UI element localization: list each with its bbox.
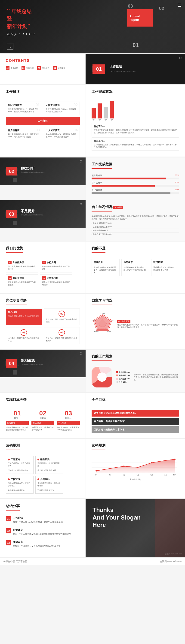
bar-q2: Q2	[98, 104, 102, 120]
hero-num-01: 01	[132, 42, 139, 48]
weak-item-1: 需要提升一 在某些专业领域的深度还需要进一步加强学习和实践积累	[92, 258, 120, 276]
section02-sub: Everything is just the beginning...	[21, 171, 45, 173]
bar-q4: Q4	[110, 101, 114, 120]
summary-item-2: 02 心得体会 通过一年的工作实践，深刻体会到团队合作和持续学习的重要性	[6, 528, 80, 538]
contents-title: CONTENTS	[6, 59, 80, 63]
bar-q3: Q3	[104, 107, 108, 120]
my-plan-col: 我的工作规划 业务拓展 40% 团队建设 30%	[86, 350, 185, 392]
thanks-content: Thanks And Your Slogan Here	[86, 499, 185, 536]
svg-point-20	[137, 467, 138, 468]
annual-target-col: 全年目标 销售目标：实现全年销售额同比增长XX% 客户拓展：新增优质客户XX家 …	[86, 393, 185, 438]
svg-text:团队协作: 团队协作	[94, 331, 99, 332]
section04-num-box: 04	[6, 359, 17, 368]
role-item-1: 核心职责 明确岗位核心职责，确保工作重点清晰	[6, 308, 42, 325]
work-completion-title: 工作完成状况	[92, 90, 112, 96]
weaknesses-title: 我的不足	[92, 246, 105, 253]
target-items-col: 实现目标关键 01 目标一 核心目标 明确年度核心目标，制定详细的实施路径和时间…	[0, 393, 86, 438]
plan-item-1: 01 目标一 核心目标 明确年度核心目标，制定详细的实施路径和时间节点	[6, 410, 29, 431]
mkt-item-3: 广告宣传 加大品牌宣传力度，提升品牌影响力 多媒体整合传播策略	[6, 476, 34, 494]
svg-text:1月: 1月	[95, 474, 98, 476]
svg-text:学习能力: 学习能力	[107, 331, 111, 332]
self-study-col: 自主学习情况 学习成果 本年度积极参加各类专业培训和学习活动，不断提升自身专业素…	[86, 200, 185, 240]
svg-point-22	[165, 460, 166, 461]
hero-red-box: Annual Report	[127, 9, 153, 26]
pie-chart	[92, 367, 112, 388]
self-study-list: • 参加专业培训课程XX次 • 获取相关资格证书XX个 • 阅读专业书籍XX本 …	[92, 222, 179, 236]
svg-text:创新: 创新	[93, 320, 95, 321]
section04-row: 04 04 规划策源 Everything is just the beginn…	[0, 350, 185, 392]
contents-item-1: 01 工作概述	[6, 66, 18, 70]
summary-title: 总结分享	[6, 504, 20, 510]
self-study2-desc: 自主学习情况 通过一年的努力学习和实践，各方面能力均有所提升。将继续保持学习的热…	[117, 319, 179, 328]
summary-section: 总结分享 01 工作总结 回顾本年度工作，总结经验教训，为来年工作奠定基础 02…	[0, 499, 185, 557]
svg-text:11月: 11月	[164, 474, 167, 476]
mkt-item-1: 产品策略 优化产品结构，提升产品竞争力 详细规划产品线调整方案	[6, 456, 34, 474]
section-sub: Everything is just the beginning...	[110, 70, 137, 72]
marketing-right-col: 营销规划	[86, 439, 185, 498]
svg-text:9月: 9月	[150, 474, 153, 476]
advantages-title: 我们的优势	[6, 246, 23, 253]
svg-text:执行力: 执行力	[112, 320, 114, 321]
svg-text:专业技能: 专业技能	[100, 313, 105, 314]
svg-text:3月: 3月	[109, 474, 111, 476]
advantages-grid: 01 专业能力强 团队成员具备丰富的专业知识和实践经验 02 执行力高 能够快速…	[6, 258, 80, 288]
menu-icon[interactable]: ☰	[178, 3, 181, 8]
summary-item-1: 01 工作总结 回顾本年度工作，总结经验教训，为来年工作奠定基础	[6, 516, 80, 526]
role-item-3: 03 协作要求：理解跨部门协作的重要性和方法	[6, 327, 42, 344]
weakness-grid: 需要提升一 在某些专业领域的深度还需要进一步加强学习和实践积累 当前状态 目前正…	[92, 258, 179, 276]
hero-num-02: 02	[159, 6, 164, 11]
summary-items: 01 工作总结 回顾本年度工作，总结经验教训，为来年工作奠定基础 02 心得体会…	[6, 516, 80, 550]
area-chart: 1月 3月 5月 7月 9月 11月 12月	[92, 456, 177, 476]
progress-1: 项目完成率 85%	[92, 174, 179, 180]
dot-icon-02	[80, 160, 82, 162]
adv-item-3: 03 创新意识强 积极探索新方法新思路推动工作创新发展	[6, 274, 38, 288]
contents-item-3: 03 不足提升	[37, 66, 50, 70]
dark-slide-04: 04 04 规划策源 Everything is just the beginn…	[0, 350, 86, 392]
work-card-1: 项目完成情况 本年度共承接项目XX个，完成率达到XX%，超额完成年初制定的目标 …	[6, 102, 42, 115]
mkt-item-4: 促销活动 策划系列促销活动，拉动销售增长 节假日专项促销计划	[35, 476, 63, 494]
contents-items: 01 工作概述 02 数据分析 03 不足提升 04 规划策源	[6, 66, 80, 70]
section03-sub: Everything is just the beginning...	[21, 214, 45, 216]
bar-chart: Q1 Q2 Q3 Q4	[92, 102, 179, 120]
section04-sub: Everything is just the beginning...	[21, 364, 45, 365]
self-study-tag: 学习成果	[113, 206, 123, 209]
pentagon-svg: 专业技能 执行力 学习能力 团队协作 创新	[92, 308, 114, 338]
section03-row: 03 03 不足提升 Everything is just the beginn…	[0, 200, 185, 240]
weak-item-2: 当前状态 目前正在积极改进相关方面，制定了详细的提升计划	[121, 258, 149, 276]
plan-item-3: 03 目标三 学习创新 持续学习创新，引入先进管理理念和工作方法	[57, 410, 80, 431]
role-item-4: 04 发展方向：规划个人职业发展路径和成长方向	[44, 327, 80, 344]
svg-point-23	[174, 458, 175, 460]
progress-2: 目标达成率 72%	[92, 181, 179, 186]
dot-icon-03	[80, 203, 82, 205]
adv-item-2: 02 执行力高 能够快速响应并高效完成各项工作任务	[40, 258, 72, 272]
work-card-3: 客户满意度 客户满意度调查结果显示，满意度达到XX%，同比提升XX个百分点 03	[6, 127, 42, 140]
svg-point-17	[96, 470, 97, 472]
my-plan-title: 我的工作规划	[92, 354, 112, 361]
bar-q1: Q1	[92, 108, 96, 120]
footer-right: 志设网·www.zs9.com	[160, 560, 181, 563]
plan-items: 01 目标一 核心目标 明确年度核心目标，制定详细的实施路径和时间节点 02 目…	[6, 410, 80, 431]
advantages-col: 我们的优势 01 专业能力强 团队成员具备丰富的专业知识和实践经验 02 执行力…	[0, 242, 86, 293]
work-overview-col: 工作概述 项目完成情况 本年度共承接项目XX个，完成率达到XX%，超额完成年初制…	[0, 85, 86, 156]
marketing-section: 营销规划 产品策略 优化产品结构，提升产品竞争力 详细规划产品线调整方案 渠道拓…	[0, 439, 185, 498]
dot-icon-04	[80, 352, 82, 355]
section03-title: 不足提升	[21, 209, 35, 213]
section03-num-box: 03	[6, 210, 17, 218]
self-study2-title: 自主学习情况	[92, 298, 112, 305]
dark-slide-03-inner: 03 03 不足提升 Everything is just the beginn…	[0, 200, 86, 228]
download-icon[interactable]: ↓	[7, 43, 14, 50]
hero-quote: " 年终总结 暨 新年计划"	[7, 7, 36, 30]
dark-slide-02-inner: 02 02 数据分析 Everything is just the beginn…	[0, 158, 86, 185]
annual-target-title: 全年目标	[92, 398, 105, 404]
svg-point-13	[97, 372, 107, 382]
adv-item-1: 01 专业能力强 团队成员具备丰富的专业知识和实践经验	[6, 258, 38, 272]
work-data-col: 工作完成数据 项目完成率 85% 目标达成率 72%	[86, 158, 185, 200]
chart-label: 营销数据趋势	[92, 478, 179, 481]
dark-slide-03: 03 03 不足提升 Everything is just the beginn…	[0, 200, 86, 240]
annual-target-list: 销售目标：实现全年销售额同比增长XX% 客户拓展：新增优质客户XX家 团队扩建：…	[92, 410, 179, 433]
svg-text:12月: 12月	[173, 474, 177, 476]
dot-icon	[179, 57, 181, 59]
self-study-desc: 本年度积极参加各类专业培训和学习活动，不断提升自身专业素养和综合能力。通过系统学…	[92, 215, 179, 220]
work-data-title: 工作完成数据	[92, 162, 112, 169]
work-section: 工作概述 项目完成情况 本年度共承接项目XX个，完成率达到XX%，超额完成年初制…	[0, 85, 185, 156]
